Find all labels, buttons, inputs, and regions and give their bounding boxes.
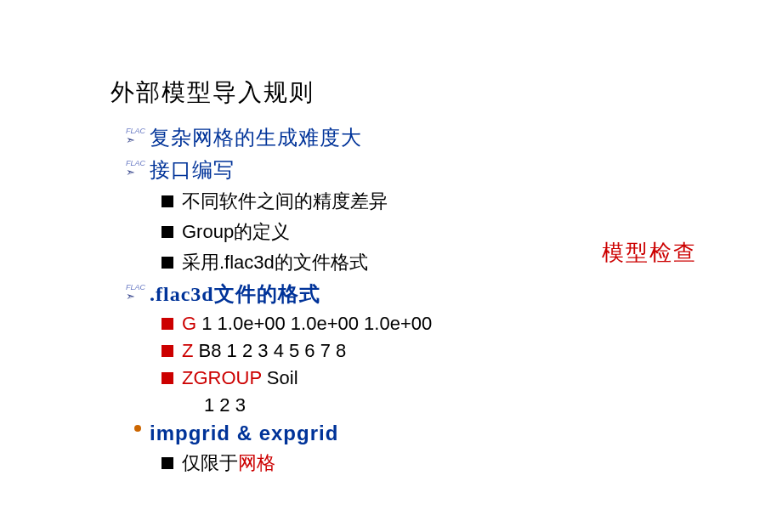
bullet-level2-z-line: Z B8 1 2 3 4 5 6 7 8 (162, 340, 782, 362)
bullet-level1-flac3d-file: FLAC➣ .flac3d文件的格式 (126, 280, 782, 308)
bullet-level1-impgrid: impgrid & expgrid (126, 422, 782, 445)
bullet-level2-zgroup-line: ZGROUP Soil (162, 367, 782, 389)
square-bullet-icon (162, 226, 173, 238)
square-bullet-icon (162, 457, 173, 469)
bullet-text: 复杂网格的生成难度大 (150, 124, 362, 151)
bullet-text: 采用.flac3d的文件格式 (182, 250, 368, 275)
bullet-text: ZGROUP Soil (182, 367, 298, 389)
bullet-text: 接口编写 (150, 156, 235, 184)
flac-bullet-icon: FLAC➣ (126, 156, 150, 178)
slide-title: 外部模型导入规则 (110, 76, 782, 109)
dot-bullet-icon (126, 422, 150, 432)
bullet-text: impgrid & expgrid (150, 422, 338, 445)
bullet-level1-interface: FLAC➣ 接口编写 (126, 156, 782, 184)
square-red-bullet-icon (162, 372, 173, 384)
square-bullet-icon (162, 257, 173, 269)
bullet-text: 不同软件之间的精度差异 (182, 189, 388, 214)
flac-bullet-icon: FLAC➣ (126, 124, 150, 146)
bullet-text: G 1 1.0e+00 1.0e+00 1.0e+00 (182, 313, 432, 335)
bullet-level2-mesh-only: 仅限于网格 (162, 450, 782, 476)
bullet-level1-complex-mesh: FLAC➣ 复杂网格的生成难度大 (126, 124, 782, 151)
flac-bullet-icon: FLAC➣ (126, 280, 150, 303)
square-bullet-icon (162, 195, 173, 207)
bullet-text: Group的定义 (182, 219, 290, 245)
sidebar-note-model-check: 模型检查 (602, 238, 697, 268)
bullet-text: .flac3d文件的格式 (150, 280, 320, 308)
bullet-text: 仅限于网格 (182, 450, 275, 476)
bullet-text: Z B8 1 2 3 4 5 6 7 8 (182, 340, 346, 362)
square-red-bullet-icon (162, 345, 173, 357)
bullet-level3-numbers: 1 2 3 (204, 394, 782, 416)
square-red-bullet-icon (162, 318, 173, 330)
bullet-level2-precision: 不同软件之间的精度差异 (162, 189, 782, 214)
bullet-level2-g-line: G 1 1.0e+00 1.0e+00 1.0e+00 (162, 313, 782, 335)
